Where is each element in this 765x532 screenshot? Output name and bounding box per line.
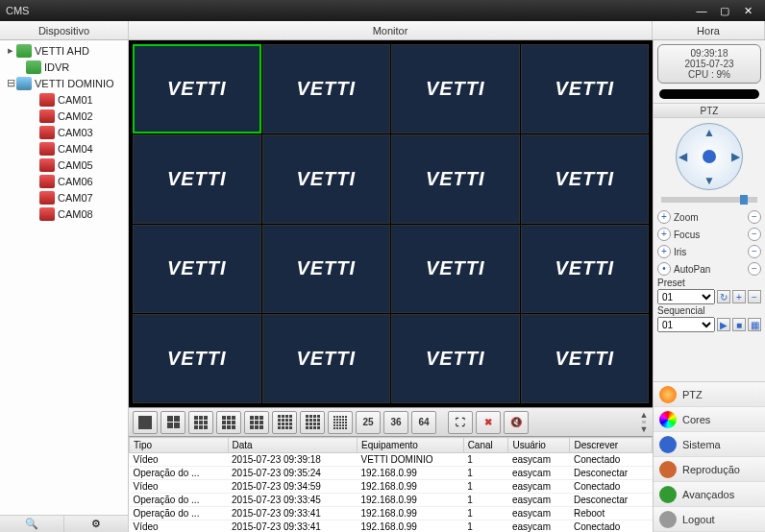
ptz-speed-slider[interactable] bbox=[661, 197, 757, 203]
video-cell[interactable]: VETTI bbox=[521, 44, 650, 133]
log-col-equip[interactable]: Equipamento bbox=[357, 438, 463, 453]
autopan-button[interactable]: • bbox=[657, 262, 671, 276]
log-col-user[interactable]: Usuário bbox=[508, 438, 570, 453]
view-3x3-button[interactable] bbox=[244, 411, 269, 434]
view-25-button[interactable]: 25 bbox=[356, 411, 381, 434]
audio-button[interactable]: 🔇 bbox=[504, 411, 529, 434]
video-cell[interactable]: VETTI bbox=[262, 314, 391, 403]
sidetab-reproducao[interactable]: Reprodução bbox=[654, 457, 765, 482]
chevron-up-icon[interactable]: ▲ bbox=[640, 410, 649, 420]
view-13-button[interactable] bbox=[272, 411, 297, 434]
ptz-up-button[interactable]: ▲ bbox=[703, 126, 715, 139]
title-bar: CMS — ▢ ✕ bbox=[0, 0, 765, 21]
seq-stop-button[interactable]: ■ bbox=[732, 318, 746, 331]
video-cell[interactable]: VETTI bbox=[133, 314, 261, 403]
close-button[interactable]: ✕ bbox=[736, 5, 759, 17]
chevron-down-icon[interactable]: ▼ bbox=[640, 424, 649, 434]
preset-add-button[interactable]: + bbox=[732, 290, 746, 303]
view-8-button[interactable] bbox=[216, 411, 241, 434]
preset-select[interactable]: 01 bbox=[657, 289, 715, 304]
seq-grid-button[interactable]: ▦ bbox=[748, 318, 761, 331]
tree-cam[interactable]: CAM07 bbox=[3, 189, 128, 206]
tree-domain[interactable]: ⊟ VETTI DOMINIO bbox=[3, 75, 128, 91]
tree-cam[interactable]: CAM05 bbox=[3, 157, 128, 173]
table-row[interactable]: Vídeo2015-07-23 09:34:59192.168.0.991eas… bbox=[130, 480, 653, 494]
collapse-icon[interactable]: ▸ bbox=[5, 44, 16, 57]
tree-cam[interactable]: CAM01 bbox=[3, 91, 128, 108]
ptz-left-button[interactable]: ◀ bbox=[679, 150, 687, 163]
sidetab-ptz[interactable]: PTZ bbox=[654, 382, 765, 407]
tree-cam[interactable]: CAM02 bbox=[3, 108, 128, 124]
log-col-canal[interactable]: Canal bbox=[463, 438, 508, 453]
log-col-data[interactable]: Data bbox=[228, 438, 357, 453]
ptz-header: PTZ bbox=[654, 103, 765, 118]
sidetab-avancados[interactable]: Avançados bbox=[654, 482, 765, 507]
video-cell[interactable]: VETTI bbox=[391, 44, 520, 133]
focus-in-button[interactable]: + bbox=[657, 228, 671, 241]
tree-root[interactable]: ▸ VETTI AHD bbox=[3, 42, 128, 59]
tree-idvr[interactable]: IDVR bbox=[3, 59, 128, 75]
video-cell[interactable]: VETTI bbox=[133, 225, 261, 314]
preset-goto-button[interactable]: ↻ bbox=[717, 290, 730, 303]
view-36-button[interactable]: 36 bbox=[383, 411, 408, 434]
preset-remove-button[interactable]: − bbox=[748, 290, 761, 303]
header-monitor[interactable]: Monitor bbox=[129, 21, 653, 39]
tree-cam[interactable]: CAM04 bbox=[3, 140, 128, 157]
advanced-icon bbox=[659, 486, 677, 503]
table-row[interactable]: Operação do ...2015-07-23 09:33:41192.16… bbox=[130, 507, 653, 520]
tree-cam[interactable]: CAM03 bbox=[3, 124, 128, 140]
sidetab-sistema[interactable]: Sistema bbox=[654, 432, 765, 457]
tree-settings-button[interactable]: ⚙ bbox=[64, 516, 129, 532]
sidetab-cores[interactable]: Cores bbox=[654, 407, 765, 432]
video-cell[interactable]: VETTI bbox=[262, 134, 391, 224]
seq-play-button[interactable]: ▶ bbox=[717, 318, 730, 331]
tree-cam[interactable]: CAM06 bbox=[3, 173, 128, 189]
view-3x3-6-button[interactable] bbox=[188, 411, 213, 434]
table-row[interactable]: Vídeo2015-07-23 09:33:41192.168.0.991eas… bbox=[130, 520, 653, 533]
maximize-button[interactable]: ▢ bbox=[713, 5, 736, 17]
video-cell[interactable]: VETTI bbox=[133, 134, 261, 224]
disconnect-all-button[interactable]: ✖ bbox=[476, 411, 501, 434]
view-2x2-button[interactable] bbox=[160, 411, 185, 434]
tree-domain-label: VETTI DOMINIO bbox=[35, 78, 114, 89]
video-cell[interactable]: VETTI bbox=[133, 44, 261, 133]
sequential-select[interactable]: 01 bbox=[657, 317, 715, 332]
sidetab-logout[interactable]: Logout bbox=[654, 507, 765, 532]
iris-open-button[interactable]: + bbox=[657, 245, 671, 258]
header-time[interactable]: Hora bbox=[653, 21, 765, 39]
video-cell[interactable]: VETTI bbox=[521, 314, 650, 403]
view-4x4-button[interactable] bbox=[300, 411, 325, 434]
zoom-out-button[interactable]: − bbox=[748, 210, 761, 224]
view-1x1-button[interactable] bbox=[133, 411, 158, 434]
tree-search-button[interactable]: 🔍 bbox=[0, 516, 64, 532]
autopan-stop-button[interactable]: − bbox=[748, 262, 761, 276]
split-slider[interactable]: ▲ ▼ bbox=[635, 407, 653, 436]
log-col-desc[interactable]: Descrever bbox=[570, 438, 653, 453]
video-cell[interactable]: VETTI bbox=[521, 225, 650, 314]
minimize-button[interactable]: — bbox=[690, 5, 713, 16]
ptz-right-button[interactable]: ▶ bbox=[731, 150, 740, 163]
fullscreen-button[interactable]: ⛶ bbox=[448, 411, 473, 434]
colors-icon bbox=[659, 411, 677, 428]
ptz-center-button[interactable] bbox=[703, 150, 716, 163]
log-col-tipo[interactable]: Tipo bbox=[130, 438, 229, 453]
video-cell[interactable]: VETTI bbox=[262, 44, 391, 133]
zoom-in-button[interactable]: + bbox=[657, 210, 671, 224]
video-cell[interactable]: VETTI bbox=[391, 225, 520, 314]
table-row[interactable]: Operação do ...2015-07-23 09:33:45192.16… bbox=[130, 494, 653, 507]
table-row[interactable]: Vídeo2015-07-23 09:39:18VETTI DOMINIO1ea… bbox=[130, 453, 653, 467]
video-cell[interactable]: VETTI bbox=[521, 134, 650, 224]
header-device[interactable]: Dispositivo bbox=[0, 21, 129, 39]
view-64-button[interactable]: 64 bbox=[411, 411, 436, 434]
ptz-down-button[interactable]: ▼ bbox=[703, 174, 715, 187]
focus-out-button[interactable]: − bbox=[748, 228, 761, 241]
video-cell[interactable]: VETTI bbox=[262, 225, 391, 314]
table-row[interactable]: Operação do ...2015-07-23 09:35:24192.16… bbox=[130, 467, 653, 480]
iris-close-button[interactable]: − bbox=[748, 245, 761, 258]
cam-label: CAM05 bbox=[58, 159, 93, 171]
video-cell[interactable]: VETTI bbox=[391, 134, 520, 224]
video-cell[interactable]: VETTI bbox=[391, 314, 520, 403]
tree-cam[interactable]: CAM08 bbox=[3, 206, 128, 222]
expand-icon[interactable]: ⊟ bbox=[5, 77, 16, 89]
view-20-button[interactable] bbox=[328, 411, 353, 434]
